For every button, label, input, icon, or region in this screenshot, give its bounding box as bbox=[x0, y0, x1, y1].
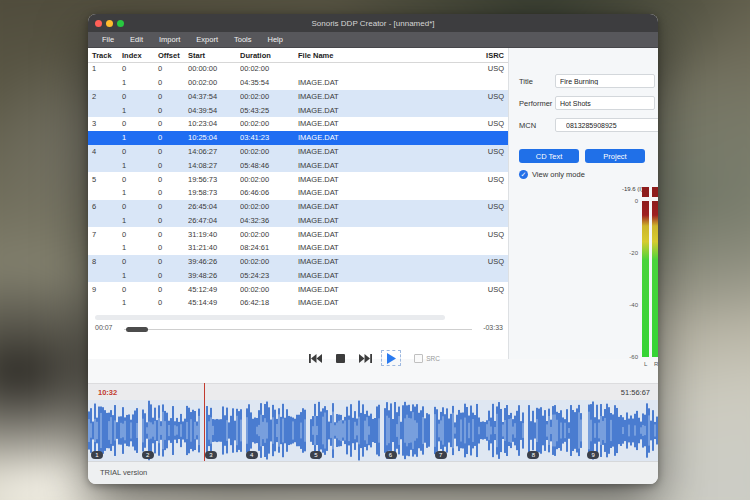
cell-file: IMAGE.DAT bbox=[298, 119, 462, 128]
table-row[interactable]: 1014:08:2705:48:46IMAGE.DAT bbox=[88, 158, 508, 172]
column-header-duration[interactable]: Duration bbox=[240, 51, 298, 60]
skip-to-start-button[interactable] bbox=[306, 351, 324, 365]
table-row[interactable]: 1019:58:7306:46:06IMAGE.DAT bbox=[88, 186, 508, 200]
track-marker-1[interactable]: 1 bbox=[91, 451, 103, 459]
play-button[interactable] bbox=[381, 350, 401, 366]
level-meters: -19.6 (I) 0-20-40-60 -14-17-20-23-41 LRM bbox=[509, 183, 658, 359]
zoom-window-button[interactable] bbox=[117, 20, 124, 27]
src-checkbox[interactable] bbox=[414, 354, 423, 363]
cell-track: 4 bbox=[88, 147, 114, 156]
column-header-isrc[interactable]: ISRC bbox=[462, 51, 508, 60]
title-field-row: Title bbox=[519, 74, 655, 88]
cell-file: IMAGE.DAT bbox=[298, 175, 462, 184]
table-row[interactable]: 40014:06:2700:02:00IMAGE.DATUSQ bbox=[88, 145, 508, 159]
waveform-display[interactable]: 123456789 bbox=[88, 400, 658, 461]
table-row[interactable]: 10000:00:0000:02:00USQ bbox=[88, 62, 508, 76]
column-header-file-name[interactable]: File Name bbox=[298, 51, 462, 60]
cell-file: IMAGE.DAT bbox=[298, 78, 462, 87]
src-toggle[interactable]: SRC bbox=[414, 354, 440, 363]
menu-item-edit[interactable]: Edit bbox=[122, 32, 151, 47]
title-bar[interactable]: Sonoris DDP Creator - [unnamed*] bbox=[88, 14, 658, 32]
window-title: Sonoris DDP Creator - [unnamed*] bbox=[88, 19, 658, 28]
cell-offset: 0 bbox=[150, 78, 186, 87]
cell-index: 1 bbox=[114, 188, 150, 197]
skip-to-start-icon bbox=[309, 354, 322, 363]
track-marker-7[interactable]: 7 bbox=[435, 451, 447, 459]
table-row[interactable]: 1031:21:4008:24:61IMAGE.DAT bbox=[88, 241, 508, 255]
track-marker-2[interactable]: 2 bbox=[142, 451, 154, 459]
cell-index: 1 bbox=[114, 78, 150, 87]
cd-text-button[interactable]: CD Text bbox=[519, 149, 579, 163]
cell-start: 10:25:04 bbox=[186, 133, 240, 142]
table-row[interactable]: 1004:39:5405:43:25IMAGE.DAT bbox=[88, 103, 508, 117]
view-only-checkbox-icon[interactable]: ✓ bbox=[519, 170, 528, 179]
table-row[interactable]: 1045:14:4906:42:18IMAGE.DAT bbox=[88, 296, 508, 310]
menu-item-export[interactable]: Export bbox=[188, 32, 226, 47]
view-only-row[interactable]: ✓ View only mode bbox=[519, 170, 585, 179]
title-label: Title bbox=[519, 77, 555, 86]
table-row[interactable]: 1039:48:2605:24:23IMAGE.DAT bbox=[88, 268, 508, 282]
track-marker-3[interactable]: 3 bbox=[205, 451, 217, 459]
cell-offset: 0 bbox=[150, 92, 186, 101]
menu-item-import[interactable]: Import bbox=[151, 32, 188, 47]
cell-file: IMAGE.DAT bbox=[298, 257, 462, 266]
title-input[interactable] bbox=[555, 74, 655, 88]
table-row[interactable]: 70031:19:4000:02:00IMAGE.DATUSQ bbox=[88, 227, 508, 241]
skip-to-end-button[interactable] bbox=[356, 351, 374, 365]
table-row[interactable]: 80039:46:2600:02:00IMAGE.DATUSQ bbox=[88, 255, 508, 269]
track-marker-8[interactable]: 8 bbox=[527, 451, 539, 459]
cdtext-panel: Title Performer MCN CD Text Project ✓ Vi… bbox=[508, 48, 658, 359]
play-icon bbox=[386, 353, 397, 364]
track-marker-4[interactable]: 4 bbox=[246, 451, 258, 459]
table-header-row[interactable]: TrackIndexOffsetStartDurationFile NameIS… bbox=[88, 48, 508, 63]
table-row[interactable]: 30010:23:0400:02:00IMAGE.DATUSQ bbox=[88, 117, 508, 131]
column-header-offset[interactable]: Offset bbox=[150, 51, 186, 60]
project-button[interactable]: Project bbox=[585, 149, 645, 163]
track-marker-6[interactable]: 6 bbox=[385, 451, 397, 459]
cell-file: IMAGE.DAT bbox=[298, 92, 462, 101]
table-row[interactable]: 1000:02:0004:35:54IMAGE.DAT bbox=[88, 76, 508, 90]
table-row[interactable]: 50019:56:7300:02:00IMAGE.DATUSQ bbox=[88, 172, 508, 186]
close-window-button[interactable] bbox=[95, 20, 102, 27]
cell-isrc: USQ bbox=[462, 119, 508, 128]
time-slider-track[interactable] bbox=[124, 329, 472, 330]
cell-offset: 0 bbox=[150, 230, 186, 239]
cell-isrc: USQ bbox=[462, 230, 508, 239]
table-row[interactable]: 60026:45:0400:02:00IMAGE.DATUSQ bbox=[88, 200, 508, 214]
cell-start: 26:47:04 bbox=[186, 216, 240, 225]
column-header-index[interactable]: Index bbox=[114, 51, 150, 60]
cell-index: 1 bbox=[114, 298, 150, 307]
minimize-window-button[interactable] bbox=[106, 20, 113, 27]
cell-isrc: USQ bbox=[462, 257, 508, 266]
waveform-ruler[interactable]: 10:32 51:56:67 bbox=[88, 383, 658, 400]
table-row[interactable]: 1010:25:0403:41:23IMAGE.DAT bbox=[88, 131, 508, 145]
cell-track: 5 bbox=[88, 175, 114, 184]
stop-icon bbox=[336, 354, 345, 363]
menu-item-help[interactable]: Help bbox=[260, 32, 291, 47]
cell-dur: 05:43:25 bbox=[240, 106, 298, 115]
column-header-start[interactable]: Start bbox=[186, 51, 240, 60]
stop-button[interactable] bbox=[331, 351, 349, 365]
waveform-graphic bbox=[88, 400, 658, 461]
cell-start: 14:08:27 bbox=[186, 161, 240, 170]
meter-bar-left bbox=[642, 201, 649, 357]
menu-item-tools[interactable]: Tools bbox=[226, 32, 260, 47]
elapsed-time: 00:07 bbox=[95, 324, 113, 331]
mcn-input[interactable] bbox=[555, 118, 658, 132]
column-header-track[interactable]: Track bbox=[88, 51, 114, 60]
cell-offset: 0 bbox=[150, 133, 186, 142]
table-row[interactable]: 90045:12:4900:02:00IMAGE.DATUSQ bbox=[88, 282, 508, 296]
cell-dur: 05:48:46 bbox=[240, 161, 298, 170]
table-row[interactable]: 20004:37:5400:02:00IMAGE.DATUSQ bbox=[88, 90, 508, 104]
horizontal-scrollbar[interactable] bbox=[95, 315, 445, 320]
performer-input[interactable] bbox=[555, 96, 655, 110]
cell-dur: 04:35:54 bbox=[240, 78, 298, 87]
table-row[interactable]: 1026:47:0404:32:36IMAGE.DAT bbox=[88, 213, 508, 227]
time-slider-handle[interactable] bbox=[126, 327, 148, 332]
cell-file: IMAGE.DAT bbox=[298, 243, 462, 252]
track-marker-9[interactable]: 9 bbox=[587, 451, 599, 459]
playhead-line[interactable] bbox=[204, 383, 205, 461]
menu-item-file[interactable]: File bbox=[94, 32, 122, 47]
track-marker-5[interactable]: 5 bbox=[310, 451, 322, 459]
cell-dur: 00:02:00 bbox=[240, 64, 298, 73]
